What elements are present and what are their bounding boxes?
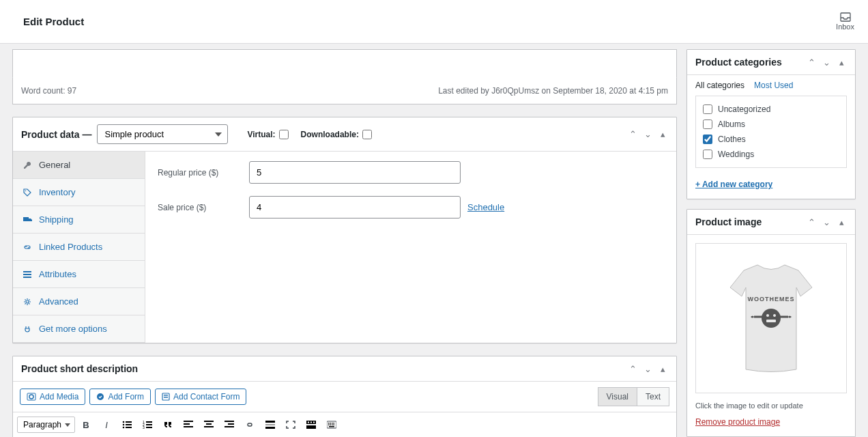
svg-rect-22	[146, 421, 152, 423]
svg-point-53	[762, 309, 781, 328]
svg-rect-47	[328, 425, 330, 426]
svg-point-55	[773, 314, 776, 317]
sale-price-input[interactable]	[249, 196, 461, 218]
virtual-checkbox-label[interactable]: Virtual:	[247, 130, 288, 139]
svg-rect-38	[306, 425, 316, 429]
tab-attributes[interactable]: Attributes	[13, 261, 145, 288]
downloadable-checkbox-label[interactable]: Downloadable:	[301, 130, 372, 139]
category-list: Uncategorized Albums Clothes Weddings	[695, 96, 847, 168]
text-tab[interactable]: Text	[637, 387, 669, 406]
short-description-panel: Product short description ⌃ ⌄ ▴ Add Medi…	[12, 356, 677, 437]
align-left-button[interactable]	[179, 415, 198, 434]
wrench-icon	[23, 160, 32, 170]
category-checkbox[interactable]	[703, 119, 712, 129]
all-categories-tab[interactable]: All categories	[695, 81, 744, 90]
panel-down-icon[interactable]: ⌄	[642, 363, 653, 374]
panel-up-icon[interactable]: ⌃	[806, 57, 817, 68]
list-icon	[23, 270, 32, 279]
page-title: Edit Product	[23, 16, 84, 27]
svg-rect-30	[204, 426, 214, 427]
numbered-list-button[interactable]: 123	[138, 415, 157, 434]
add-media-button[interactable]: Add Media	[20, 389, 85, 405]
panel-toggle-icon[interactable]: ▴	[836, 57, 847, 68]
svg-text:3: 3	[143, 425, 145, 429]
svg-rect-56	[766, 320, 776, 322]
regular-price-input[interactable]	[249, 161, 461, 184]
keyboard-button[interactable]	[322, 415, 341, 434]
svg-rect-26	[184, 423, 190, 425]
category-item-albums[interactable]: Albums	[703, 117, 839, 132]
most-used-tab[interactable]: Most Used	[754, 81, 793, 90]
svg-rect-31	[225, 421, 234, 422]
form-icon	[96, 393, 104, 401]
tab-get-more[interactable]: Get more options	[13, 315, 145, 343]
svg-point-15	[123, 427, 125, 429]
svg-rect-36	[265, 427, 275, 429]
svg-rect-18	[126, 427, 132, 428]
panel-toggle-icon[interactable]: ▴	[836, 216, 847, 227]
tab-advanced[interactable]: Advanced	[13, 288, 145, 315]
category-checkbox[interactable]	[703, 150, 712, 159]
category-item-clothes[interactable]: Clothes	[703, 132, 839, 147]
sale-price-label: Sale price ($)	[158, 203, 244, 212]
align-right-button[interactable]	[220, 415, 239, 434]
panel-down-icon[interactable]: ⌄	[821, 216, 832, 227]
svg-point-54	[766, 314, 769, 317]
svg-rect-3	[23, 271, 31, 272]
svg-rect-33	[225, 426, 234, 427]
schedule-link[interactable]: Schedule	[467, 202, 504, 212]
toolbar-toggle-button[interactable]	[302, 415, 321, 434]
svg-rect-11	[164, 395, 168, 396]
svg-rect-17	[126, 424, 132, 425]
svg-rect-51	[329, 426, 334, 427]
panel-down-icon[interactable]: ⌄	[642, 129, 653, 140]
read-more-button[interactable]	[261, 415, 280, 434]
panel-down-icon[interactable]: ⌄	[821, 57, 832, 68]
align-center-button[interactable]	[199, 415, 218, 434]
tab-inventory[interactable]: Inventory	[13, 179, 145, 206]
quote-button[interactable]	[158, 415, 177, 434]
svg-point-1	[25, 190, 27, 191]
inbox-button[interactable]: Inbox	[836, 12, 854, 31]
visual-tab[interactable]: Visual	[598, 387, 637, 406]
add-contact-form-button[interactable]: Add Contact Form	[155, 389, 246, 405]
downloadable-checkbox[interactable]	[362, 130, 372, 139]
editor-toolbar: Paragraph B I 123	[13, 412, 676, 437]
paragraph-select[interactable]: Paragraph	[17, 417, 75, 433]
bullet-list-button[interactable]	[117, 415, 136, 434]
category-item-weddings[interactable]: Weddings	[703, 147, 839, 162]
panel-up-icon[interactable]: ⌃	[627, 129, 638, 140]
svg-point-14	[123, 424, 125, 426]
virtual-checkbox[interactable]	[279, 130, 289, 139]
word-count: Word count: 97	[21, 86, 76, 96]
add-new-category-link[interactable]: + Add new category	[695, 180, 772, 189]
link-button[interactable]	[240, 415, 259, 434]
svg-rect-4	[23, 274, 31, 275]
svg-text:WOOTHEMES: WOOTHEMES	[748, 296, 795, 302]
tab-general[interactable]: General	[13, 152, 145, 179]
image-help-text: Click the image to edit or update	[687, 401, 855, 417]
product-type-select[interactable]: Simple product	[97, 124, 228, 144]
categories-title: Product categories	[695, 57, 782, 68]
panel-toggle-icon[interactable]: ▴	[657, 363, 668, 374]
category-checkbox[interactable]	[703, 104, 712, 114]
bold-button[interactable]: B	[76, 415, 96, 434]
svg-rect-43	[328, 423, 330, 424]
tab-shipping[interactable]: Shipping	[13, 206, 145, 234]
svg-rect-5	[23, 277, 31, 278]
add-form-button[interactable]: Add Form	[89, 389, 151, 405]
panel-up-icon[interactable]: ⌃	[806, 216, 817, 227]
panel-toggle-icon[interactable]: ▴	[657, 129, 668, 140]
svg-rect-40	[310, 422, 312, 423]
category-checkbox[interactable]	[703, 135, 712, 144]
italic-button[interactable]: I	[97, 415, 116, 434]
category-item-uncategorized[interactable]: Uncategorized	[703, 102, 839, 117]
tab-linked-products[interactable]: Linked Products	[13, 234, 145, 261]
panel-up-icon[interactable]: ⌃	[627, 363, 638, 374]
svg-rect-41	[313, 422, 315, 423]
fullscreen-button[interactable]	[281, 415, 300, 434]
svg-rect-32	[228, 423, 234, 425]
remove-image-link[interactable]: Remove product image	[695, 417, 780, 427]
svg-point-7	[29, 395, 33, 399]
product-image[interactable]: WOOTHEMES	[695, 243, 847, 393]
